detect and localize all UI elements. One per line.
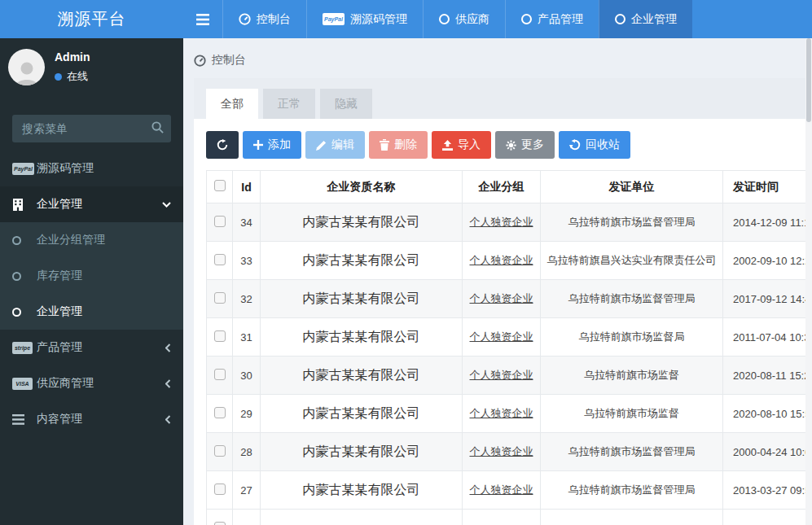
sidebar-item-label: 企业分组管理 [37,233,105,247]
row-company-name: 内蒙古某某有限公司 [261,357,463,395]
row-group-link[interactable]: 个人独资企业 [470,483,533,496]
column-header-time[interactable]: 发证时间 [723,171,810,203]
row-company-name: 内蒙古某某有限公司 [261,471,463,510]
table-row[interactable]: 29 内蒙古某某有限公司 个人独资企业 乌拉特前旗市场监督 2020-08-10… [207,395,810,433]
tab-normal[interactable]: 正常 [263,89,315,119]
row-group-link[interactable]: 个人独资企业 [470,292,533,304]
row-issue-time: 2017-09-12 14:46:5 [723,280,810,318]
row-checkbox[interactable] [214,292,226,304]
recycle-label: 回收站 [586,138,620,152]
row-group-link[interactable]: 个人独资企业 [470,445,533,457]
row-checkbox[interactable] [214,254,226,265]
dashboard-icon [239,13,251,25]
column-header-group[interactable]: 企业分组 [463,171,541,203]
sidebar-item-stock[interactable]: 库存管理 [0,258,183,294]
nav-item-supplier[interactable]: 供应商 [423,0,505,38]
import-label: 导入 [458,138,481,152]
table-row[interactable]: 30 内蒙古某某有限公司 个人独资企业 乌拉特前旗市场监督 2020-08-11… [207,357,810,395]
row-checkbox[interactable] [214,483,226,495]
table-row-partial[interactable] [207,510,810,525]
brand-logo[interactable]: 溯源平台 [0,0,183,38]
row-issuer: 乌拉特前旗市场监督局 [541,318,723,357]
add-button[interactable]: 添加 [243,131,301,159]
sidebar-item-label: 溯源码管理 [37,161,94,176]
column-header-name[interactable]: 企业资质名称 [261,171,463,203]
more-label: 更多 [521,138,544,152]
toolbar: 添加 编辑 删除 导入 [206,131,809,159]
user-status[interactable]: 在线 [55,69,90,84]
delete-button[interactable]: 删除 [369,131,428,159]
refresh-button[interactable] [206,131,239,159]
main-content: 控制台 全部 正常 隐藏 添加 [183,0,812,525]
sidebar-item-enterprise[interactable]: 企业管理 [0,186,183,222]
upload-icon [442,140,453,151]
tab-hidden[interactable]: 隐藏 [320,89,372,119]
sidebar-item-enterprise-manage[interactable]: 企业管理 [0,294,183,330]
table-row[interactable]: 31 内蒙古某某有限公司 个人独资企业 乌拉特前旗市场监督局 2011-07-0… [207,318,810,357]
row-checkbox[interactable] [214,445,226,457]
table-row[interactable]: 33 内蒙古某某有限公司 个人独资企业 乌拉特前旗昌兴达实业有限责任公司 200… [207,242,810,280]
nav-item-trace-code[interactable]: PayPal 溯源码管理 [306,0,423,38]
tab-all[interactable]: 全部 [206,89,258,119]
recycle-bin-button[interactable]: 回收站 [559,131,630,159]
row-group-link[interactable]: 个人独资企业 [470,254,533,266]
edit-button[interactable]: 编辑 [305,131,365,159]
trash-icon [380,139,389,151]
circle-icon [615,14,625,24]
row-checkbox[interactable] [214,369,226,380]
row-id: 28 [233,433,261,471]
user-name: Admin [55,50,90,63]
sidebar-item-label: 产品管理 [37,340,82,355]
left-sidebar: Admin 在线 PayPal 溯源码管理 企业管理 [0,38,183,525]
column-header-id[interactable]: Id [233,171,261,203]
row-group-link[interactable]: 个人独资企业 [470,369,533,381]
row-group-link[interactable]: 个人独资企业 [470,216,533,228]
select-all-checkbox[interactable] [214,180,226,191]
vertical-scrollbar[interactable] [805,38,812,525]
delete-label: 删除 [394,138,417,152]
search-icon[interactable] [151,121,164,133]
table-row[interactable]: 34 内蒙古某某有限公司 个人独资企业 乌拉特前旗市场监督管理局 2014-12… [207,203,810,242]
pencil-icon [316,140,327,151]
sidebar-item-label: 供应商管理 [37,376,94,391]
nav-item-console[interactable]: 控制台 [222,0,306,38]
paypal-icon: PayPal [323,13,345,25]
row-group-link[interactable]: 个人独资企业 [470,330,533,343]
row-group-link[interactable]: 个人独资企业 [470,407,533,419]
row-issue-time: 2011-07-04 10:37:5 [723,318,810,357]
online-dot-icon [55,73,62,81]
sidebar-toggle-button[interactable] [183,0,222,38]
sidebar-item-supplier[interactable]: VISA 供应商管理 [0,365,183,401]
nav-item-label: 溯源码管理 [350,12,407,27]
table-row[interactable]: 27 内蒙古某某有限公司 个人独资企业 乌拉特前旗市场监督管理局 2013-03… [207,471,810,510]
menu-search-input[interactable] [12,115,171,142]
table-row[interactable]: 28 内蒙古某某有限公司 个人独资企业 乌拉特前旗市场监督管理局 2000-04… [207,433,810,471]
row-checkbox[interactable] [214,522,226,525]
row-checkbox[interactable] [214,407,226,418]
row-issuer: 乌拉特前旗市场监督管理局 [541,471,723,510]
sidebar-item-product[interactable]: stripe 产品管理 [0,330,183,365]
circle-icon [12,236,37,245]
row-checkbox[interactable] [214,216,226,227]
table-row[interactable]: 32 内蒙古某某有限公司 个人独资企业 乌拉特前旗市场监督管理局 2017-09… [207,280,810,318]
avatar[interactable] [8,49,45,85]
sidebar-item-label: 内容管理 [37,412,82,427]
import-button[interactable]: 导入 [432,131,491,159]
column-header-issuer[interactable]: 发证单位 [541,171,723,203]
hamburger-icon [196,14,209,25]
nav-item-enterprise[interactable]: 企业管理 [599,0,692,38]
row-id: 29 [233,395,261,433]
sidebar-item-content[interactable]: 内容管理 [0,401,183,437]
sidebar-item-enterprise-group[interactable]: 企业分组管理 [0,222,183,258]
sidebar-item-trace-code[interactable]: PayPal 溯源码管理 [0,151,183,186]
row-checkbox[interactable] [214,330,226,342]
visa-icon: VISA [12,378,37,390]
add-label: 添加 [268,138,291,152]
building-icon [12,199,37,211]
more-button[interactable]: 更多 [495,131,555,159]
row-issue-time: 2020-08-10 15:59:0 [723,395,810,433]
circle-icon [439,14,450,24]
scrollbar-thumb[interactable] [806,38,811,122]
nav-item-product[interactable]: 产品管理 [505,0,599,38]
circle-icon [521,14,532,24]
